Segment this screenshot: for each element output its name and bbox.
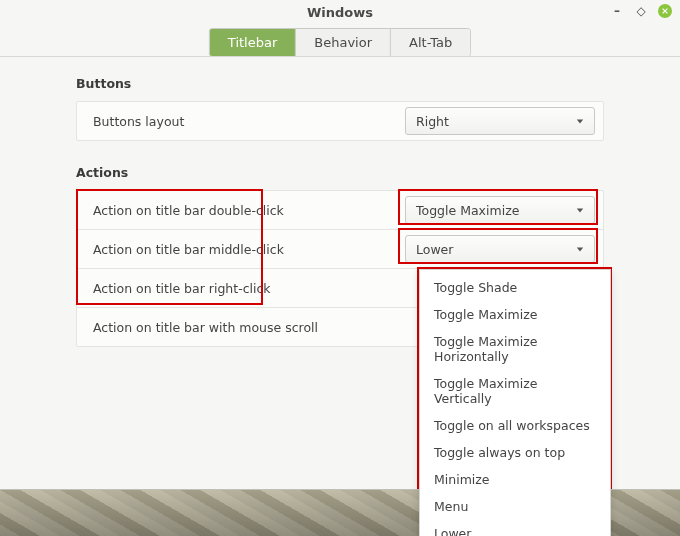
- combo-buttons-layout-value: Right: [416, 114, 449, 129]
- section-title-buttons: Buttons: [76, 76, 604, 91]
- dropdown-option[interactable]: Toggle Maximize Vertically: [420, 370, 610, 412]
- tab-bar: Titlebar Behavior Alt-Tab: [209, 28, 471, 57]
- svg-marker-4: [577, 247, 583, 251]
- label-action-double-click: Action on title bar double-click: [77, 203, 405, 218]
- dropdown-popup-action-right-click: Toggle Shade Toggle Maximize Toggle Maxi…: [419, 269, 611, 536]
- label-action-mouse-scroll: Action on title bar with mouse scroll: [77, 320, 405, 335]
- row-action-middle-click: Action on title bar middle-click Lower: [77, 230, 603, 269]
- svg-marker-2: [577, 119, 583, 123]
- tab-alttab[interactable]: Alt-Tab: [391, 29, 470, 56]
- dropdown-option[interactable]: Toggle Maximize: [420, 301, 610, 328]
- dropdown-option[interactable]: Toggle always on top: [420, 439, 610, 466]
- dropdown-option[interactable]: Toggle on all workspaces: [420, 412, 610, 439]
- combo-action-double-click-value: Toggle Maximize: [416, 203, 519, 218]
- combo-action-double-click[interactable]: Toggle Maximize: [405, 196, 595, 224]
- window-controls: – ◇: [610, 4, 672, 18]
- dropdown-option[interactable]: Toggle Shade: [420, 274, 610, 301]
- row-action-double-click: Action on title bar double-click Toggle …: [77, 191, 603, 230]
- tab-titlebar[interactable]: Titlebar: [210, 29, 296, 56]
- window-titlebar: Windows – ◇: [0, 0, 680, 24]
- combo-buttons-layout[interactable]: Right: [405, 107, 595, 135]
- chevron-down-icon: [576, 245, 584, 253]
- svg-marker-3: [577, 208, 583, 212]
- buttons-table: Buttons layout Right: [76, 101, 604, 141]
- chevron-down-icon: [576, 206, 584, 214]
- label-action-middle-click: Action on title bar middle-click: [77, 242, 405, 257]
- maximize-icon[interactable]: ◇: [634, 4, 648, 18]
- dropdown-option[interactable]: Menu: [420, 493, 610, 520]
- label-buttons-layout: Buttons layout: [77, 114, 405, 129]
- minimize-icon[interactable]: –: [610, 4, 624, 18]
- dropdown-option[interactable]: Lower: [420, 520, 610, 536]
- tab-underline: [0, 56, 680, 57]
- dropdown-option[interactable]: Minimize: [420, 466, 610, 493]
- combo-action-middle-click[interactable]: Lower: [405, 235, 595, 263]
- dropdown-option[interactable]: Toggle Maximize Horizontally: [420, 328, 610, 370]
- close-icon[interactable]: [658, 4, 672, 18]
- section-title-actions: Actions: [76, 165, 604, 180]
- label-action-right-click: Action on title bar right-click: [77, 281, 405, 296]
- chevron-down-icon: [576, 117, 584, 125]
- tab-behavior[interactable]: Behavior: [296, 29, 391, 56]
- row-buttons-layout: Buttons layout Right: [77, 102, 603, 140]
- combo-action-middle-click-value: Lower: [416, 242, 453, 257]
- window-title: Windows: [307, 5, 373, 20]
